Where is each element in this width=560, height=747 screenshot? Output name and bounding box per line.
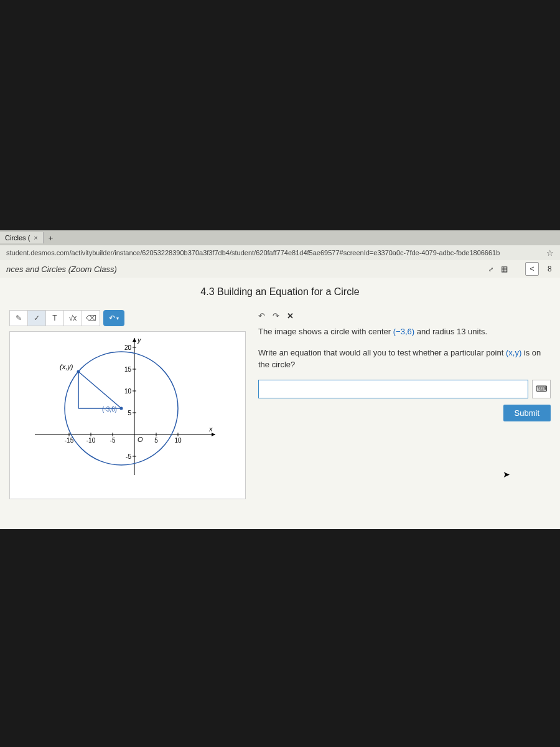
prompt-line-2: Write an equation that would all you to …	[258, 347, 551, 371]
svg-point-29	[77, 370, 80, 374]
edit-toolbar: ↶ ↷ ✕	[258, 311, 551, 321]
svg-text:O: O	[138, 436, 143, 443]
svg-text:-5: -5	[126, 453, 131, 460]
browser-tab-bar: Circles ( × +	[0, 230, 560, 245]
back-button[interactable]: <	[525, 262, 539, 276]
svg-text:20: 20	[124, 344, 132, 351]
class-name: nces and Circles (Zoom Class)	[6, 265, 117, 274]
svg-marker-3	[133, 338, 136, 342]
url-text: student.desmos.com/activitybuilder/insta…	[6, 249, 546, 256]
sqrt-tool-icon[interactable]: √x	[63, 310, 82, 326]
grid-icon[interactable]: ▦	[501, 265, 508, 273]
undo-icon[interactable]: ↶	[258, 311, 265, 321]
svg-text:(x,y): (x,y)	[60, 363, 73, 370]
tab-title: Circles (	[5, 234, 30, 242]
svg-text:5: 5	[128, 410, 131, 416]
new-tab-button[interactable]: +	[44, 232, 58, 245]
mode-dropdown[interactable]: ↶	[103, 310, 124, 326]
cursor-icon: ➤	[503, 469, 510, 479]
svg-text:x: x	[208, 425, 213, 433]
close-icon[interactable]: ×	[34, 234, 37, 242]
close-edit-icon[interactable]: ✕	[287, 311, 294, 321]
page-number: 8	[548, 265, 554, 273]
svg-text:-5: -5	[110, 437, 116, 444]
svg-text:5: 5	[154, 437, 158, 444]
svg-text:-10: -10	[86, 437, 96, 444]
svg-text:y: y	[137, 336, 142, 344]
fullscreen-icon[interactable]: ⤢	[488, 266, 492, 273]
pencil-tool-icon[interactable]: ✎	[9, 310, 28, 326]
svg-marker-1	[212, 433, 215, 436]
graph-toolbar: ✎ ✓ T √x ⌫ ↶	[9, 310, 246, 326]
app-header: nces and Circles (Zoom Class) ⤢ ▦ < 8	[0, 260, 560, 278]
submit-button[interactable]: Submit	[503, 405, 551, 421]
eraser-tool-icon[interactable]: ⌫	[82, 310, 100, 326]
browser-tab[interactable]: Circles ( ×	[0, 232, 44, 243]
prompt-line-1: The image shows a circle with center (−3…	[258, 326, 551, 338]
svg-text:15: 15	[124, 366, 132, 373]
svg-line-26	[78, 372, 121, 408]
bookmark-star-icon[interactable]: ☆	[546, 248, 554, 258]
keyboard-icon[interactable]: ⌨	[532, 380, 551, 398]
text-tool-icon[interactable]: T	[45, 310, 64, 326]
svg-text:10: 10	[174, 437, 182, 444]
svg-text:10: 10	[124, 388, 132, 395]
check-tool-icon[interactable]: ✓	[27, 310, 46, 326]
svg-text:(-3,6): (-3,6)	[102, 406, 117, 413]
url-bar[interactable]: student.desmos.com/activitybuilder/insta…	[0, 245, 560, 260]
answer-input[interactable]	[258, 380, 528, 398]
svg-text:-15: -15	[65, 437, 74, 444]
redo-icon[interactable]: ↷	[273, 311, 279, 321]
graph-canvas[interactable]: -15 -10 -5 5 10 -5 5 10 15 20	[9, 331, 246, 499]
page-title: 4.3 Building an Equation for a Circle	[9, 284, 551, 304]
